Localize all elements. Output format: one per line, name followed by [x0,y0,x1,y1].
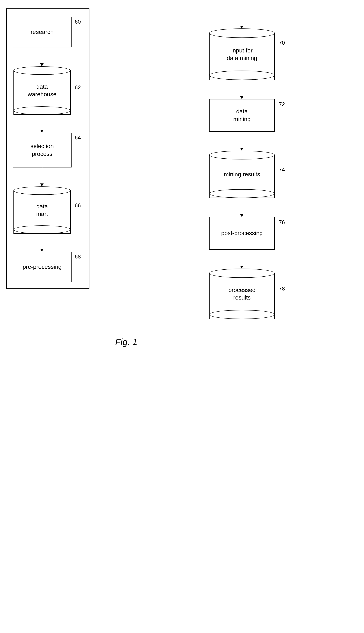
mining-results-label: mining results [224,171,260,177]
arrowhead-mining-to-results [240,148,244,151]
diagram: research 60 datawarehouse 62 selectionpr… [0,0,364,633]
arrow-results-to-post [242,198,242,215]
fig-caption-text: Fig. 1 [115,337,137,347]
arrowhead-results-to-post [240,214,244,217]
mining-results-cylinder: mining results [209,151,275,198]
data-mining-label: datamining [233,108,250,123]
figure-caption: Fig. 1 [84,337,168,347]
processed-results-label: processedresults [228,287,256,301]
outer-left-rect [6,9,90,289]
post-processing-box: post-processing [209,217,275,250]
arrow-top-vertical-right [242,9,242,27]
arrowhead-top-to-input [240,26,244,29]
ref-72: 72 [279,101,285,108]
post-processing-label: post-processing [221,229,263,237]
arrow-input-to-mining [242,80,242,97]
arrow-mining-to-results [242,132,242,148]
ref-76: 76 [279,219,285,226]
input-data-mining-label: input fordata mining [227,47,257,61]
arrowhead-post-to-processed [240,266,244,269]
data-mart-label: datamart [36,203,48,217]
arrow-post-to-processed [242,250,242,267]
ref-78: 78 [279,285,285,292]
ref-74: 74 [279,166,285,173]
data-mining-box: datamining [209,99,275,132]
ref-70: 70 [279,40,285,46]
data-warehouse-label: datawarehouse [28,83,56,98]
arrow-top-horizontal [90,9,242,9]
arrowhead-input-to-mining [240,96,244,99]
input-data-mining-cylinder: input fordata mining [209,29,275,80]
processed-results-cylinder: processedresults [209,269,275,319]
